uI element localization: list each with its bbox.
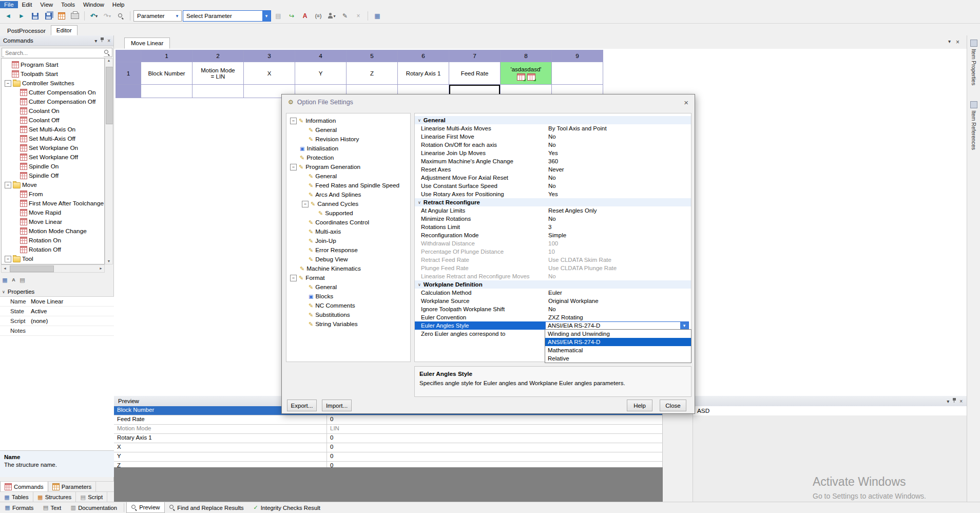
dropdown-option-relative[interactable]: Relative (545, 354, 691, 363)
setting-row[interactable]: At Angular LimitsReset Angles Only (415, 206, 691, 215)
settings-tree-format[interactable]: −✎Format (286, 273, 410, 282)
menu-tools[interactable]: Tools (57, 1, 79, 8)
close-button[interactable]: Close (660, 400, 686, 411)
settings-tree-machine-kinematics[interactable]: ✎Machine Kinematics (286, 264, 410, 273)
settings-tree-nc-comments[interactable]: ✎NC Comments (286, 301, 410, 310)
setting-row[interactable]: Adjustment Move For Axial ResetNo (415, 174, 691, 182)
cell-x[interactable]: X (244, 62, 295, 85)
row-header[interactable]: 1 (116, 62, 141, 85)
categorized-view-icon[interactable]: ▦ (2, 277, 8, 283)
tree-item-toolpath-start[interactable]: Toolpath Start (2, 69, 104, 79)
commands-vertical-scrollbar[interactable]: ▲ ▼ (105, 58, 113, 264)
block-button[interactable]: ▤ (272, 10, 284, 22)
property-row-script[interactable]: Script (none) (0, 316, 114, 326)
close-icon[interactable]: × (959, 398, 963, 404)
tab-postprocessor[interactable]: PostProcessor (2, 26, 51, 35)
setting-row[interactable]: Rotation On/Off for each axisNo (415, 141, 691, 149)
setting-value[interactable]: Never (545, 166, 691, 173)
collapse-icon[interactable]: − (5, 256, 11, 262)
tab-preview[interactable]: Preview (126, 502, 165, 513)
tree-item-move-rapid[interactable]: Move Rapid (2, 208, 104, 217)
setting-row[interactable]: Minimize RotationsNo (415, 215, 691, 223)
assignment-button[interactable]: (=) (312, 10, 324, 22)
setting-value[interactable]: 360 (545, 158, 691, 164)
tree-item-spindle-off[interactable]: Spindle Off (2, 171, 104, 180)
document-tab-move-linear[interactable]: Move Linear (124, 37, 170, 49)
scroll-right-icon[interactable]: ► (99, 267, 103, 270)
column-header[interactable]: 3 (244, 50, 295, 62)
settings-tree-string-variables[interactable]: ✎String Variables (286, 319, 410, 329)
preview-row-motion-mode[interactable]: Motion Mode LIN (114, 425, 662, 434)
collapse-icon[interactable]: − (5, 182, 11, 188)
settings-tree-coordinates-control[interactable]: ✎Coordinates Control (286, 218, 410, 227)
collapse-chevron-icon[interactable]: ∨ (2, 290, 5, 294)
commands-horizontal-scrollbar[interactable]: ◄ ► (1, 264, 105, 273)
nc-output-line[interactable]: ASD (693, 406, 967, 415)
export-button[interactable]: Export... (287, 400, 317, 411)
settings-tree-multi-axis[interactable]: ✎Multi-axis (286, 227, 410, 236)
setting-row[interactable]: Reconfiguration ModeSimple (415, 231, 691, 239)
cell-empty[interactable] (141, 85, 193, 98)
preview-row-rotary-axis-1[interactable]: Rotary Axis 1 0 (114, 434, 662, 443)
setting-value[interactable]: Yes (545, 191, 691, 197)
table-view-button[interactable]: ▦ (371, 10, 383, 22)
tree-item-controller-switches[interactable]: −Controller Switches (2, 79, 104, 88)
column-header[interactable]: 2 (193, 50, 244, 62)
property-value[interactable]: Move Linear (29, 298, 114, 305)
setting-value[interactable]: Yes (545, 150, 691, 156)
parameter-dropdown-icon[interactable]: ▾ (173, 11, 181, 21)
tab-text[interactable]: ▤Text (38, 502, 66, 513)
tree-item-move-linear[interactable]: Move Linear (2, 217, 104, 226)
settings-tree-protection[interactable]: ✎Protection (286, 153, 410, 162)
tab-list-dropdown-icon[interactable]: ▾ (948, 39, 951, 46)
commands-search-input[interactable] (4, 49, 104, 57)
property-value[interactable]: Active (29, 308, 114, 314)
forward-icon[interactable]: ► (15, 10, 28, 22)
select-parameter-combobox[interactable]: Select Parameter ▾ (183, 10, 271, 22)
setting-value[interactable]: No (545, 175, 691, 181)
section-header-retract-reconfigure[interactable]: ∨Retract Reconfigure (415, 198, 691, 206)
settings-tree-information[interactable]: −✎Information (286, 116, 410, 125)
filter-view-icon[interactable]: ▤ (20, 277, 25, 283)
table-corner-cell[interactable] (116, 50, 141, 62)
tree-item-motion-mode-change[interactable]: Motion Mode Change (2, 226, 104, 236)
cell-z[interactable]: Z (347, 62, 398, 85)
settings-tree-program-generation[interactable]: −✎Program Generation (286, 162, 410, 172)
edit-button[interactable]: ✎ (339, 10, 351, 22)
property-row-name[interactable]: Name Move Linear (0, 297, 114, 307)
setting-value[interactable]: No (545, 183, 691, 189)
scroll-down-icon[interactable]: ▼ (105, 259, 112, 263)
cell-y[interactable]: Y (295, 62, 347, 85)
cell-feed-rate[interactable]: Feed Rate (449, 62, 501, 85)
tab-tables[interactable]: ▦Tables (0, 492, 33, 502)
setting-row[interactable]: Euler ConventionZXZ Rotating (415, 313, 691, 321)
tab-item-references[interactable]: Item References (969, 101, 979, 150)
parameter-combobox[interactable]: Parameter ▾ (133, 10, 182, 22)
tab-documentation[interactable]: ▥Documentation (66, 502, 122, 513)
tab-item-properties[interactable]: Item Properties (969, 40, 979, 85)
back-icon[interactable]: ◄ (2, 10, 14, 22)
setting-value[interactable]: No (545, 142, 691, 148)
collapse-icon[interactable]: − (290, 118, 297, 124)
tab-script[interactable]: ▤Script (76, 492, 107, 502)
import-button[interactable]: Import... (322, 400, 352, 411)
setting-row[interactable]: Workplane SourceOriginal Workplane (415, 297, 691, 305)
close-document-icon[interactable]: × (956, 39, 959, 46)
cell-empty[interactable] (552, 62, 603, 85)
tree-item-spindle-on[interactable]: Spindle On (2, 162, 104, 171)
setting-row[interactable]: Rotations Limit3 (415, 223, 691, 231)
preview-row-y[interactable]: Y 0 (114, 452, 662, 462)
pin-icon[interactable] (952, 398, 956, 404)
sort-alphabetical-icon[interactable]: A (11, 277, 16, 283)
preview-row-x[interactable]: X 0 (114, 443, 662, 452)
cell-empty[interactable] (193, 85, 244, 98)
property-row-state[interactable]: State Active (0, 307, 114, 316)
scroll-up-icon[interactable]: ▲ (105, 59, 112, 62)
setting-row[interactable]: Ignore Toolpath Workplane ShiftNo (415, 305, 691, 313)
save-all-button[interactable] (42, 10, 54, 22)
menu-file[interactable]: File (0, 1, 18, 8)
tab-formats[interactable]: ▦Formats (0, 502, 38, 513)
cell-rotary-axis-1[interactable]: Rotary Axis 1 (398, 62, 449, 85)
setting-row[interactable]: Use Constant Surface SpeedNo (415, 182, 691, 190)
column-header[interactable]: 6 (398, 50, 449, 62)
